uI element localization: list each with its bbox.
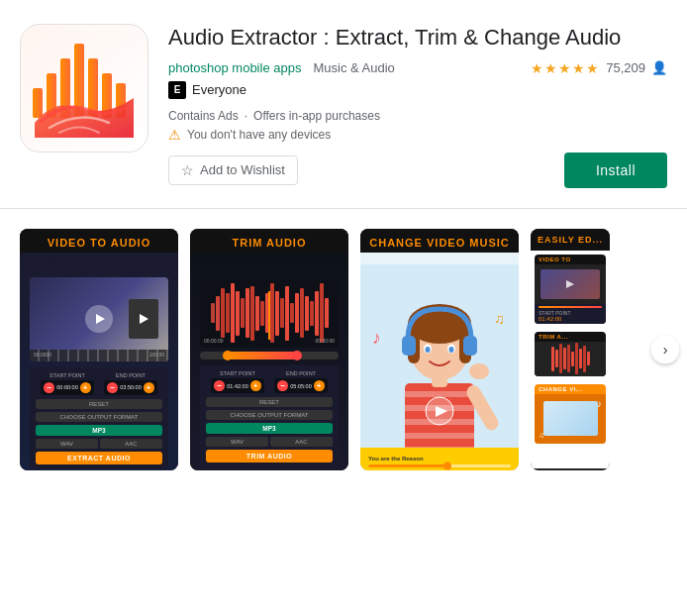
warning-icon: ⚠: [168, 127, 181, 143]
card1-end-label: END POINT: [104, 372, 156, 378]
rating-count: 75,209: [606, 60, 645, 75]
svg-point-22: [449, 347, 454, 353]
card2-reset: RESET: [206, 397, 333, 407]
card2-mp3: MP3: [206, 423, 333, 434]
wishlist-label: Add to Wishlist: [200, 162, 285, 177]
svg-text:♪: ♪: [372, 328, 381, 348]
svg-rect-23: [402, 336, 416, 356]
card2-end-label: END POINT: [274, 370, 327, 376]
app-header: Audio Extractor : Extract, Trim & Change…: [0, 0, 687, 204]
screenshots-section: VIDEO TO AUDIO 00:0000 100:00: [0, 213, 687, 470]
svg-text:♫: ♫: [494, 311, 505, 327]
card1-label: VIDEO TO AUDIO: [20, 229, 178, 253]
card4-image: VIDEO TO START POINT 01:42:00 TRIM A...: [531, 251, 610, 468]
screenshot-card-3: CHANGE VIDEO MUSIC: [360, 229, 519, 470]
app-meta-row: photoshop mobile apps Music & Audio: [168, 60, 395, 75]
divider: [0, 208, 687, 209]
card1-aac: AAC: [100, 439, 162, 449]
card1-image: 00:0000 100:00 START POINT: [20, 253, 178, 470]
app-info-panel: Audio Extractor : Extract, Trim & Change…: [168, 24, 667, 188]
device-warning-row: ⚠ You don't have any devices: [168, 127, 667, 143]
card2-choose-format: CHOOSE OUTPUT FORMAT: [206, 410, 333, 420]
svg-rect-32: [368, 464, 447, 467]
contains-ads: Contains Ads: [168, 109, 239, 123]
category-link[interactable]: Music & Audio: [313, 60, 394, 75]
card2-wav: WAV: [206, 437, 268, 447]
card1-wav: WAV: [36, 439, 98, 449]
card4-label2: TRIM A...: [535, 332, 606, 342]
install-button[interactable]: Install: [564, 153, 667, 188]
wishlist-button[interactable]: ☆ Add to Wishlist: [168, 155, 298, 185]
card2-start-label: START POINT: [211, 370, 263, 376]
card2-end-time: 05:05:00: [290, 383, 311, 389]
esrb-row: E Everyone: [168, 81, 395, 99]
screenshots-scroll: VIDEO TO AUDIO 00:0000 100:00: [0, 229, 687, 470]
action-buttons: ☆ Add to Wishlist Install: [168, 153, 667, 188]
ads-iap-row: Contains Ads · Offers in-app purchases: [168, 109, 667, 123]
app-icon: [20, 24, 148, 153]
card4-label1: VIDEO TO: [535, 255, 606, 264]
screenshot-card-2: TRIM AUDIO: [190, 229, 348, 470]
card2-trim-btn: TRIM AUDIO: [206, 450, 333, 462]
card1-choose-format: CHOOSE OUTPUT FORMAT: [36, 412, 162, 422]
card1-start-time: 00:00:00: [56, 384, 77, 390]
stars: ★★★★★: [531, 60, 600, 76]
card1-mp3: MP3: [36, 425, 162, 436]
svg-text:You are the Reason: You are the Reason: [368, 456, 424, 462]
svg-rect-0: [33, 88, 43, 118]
screenshot-card-4: EASILY ED... VIDEO TO START POINT 01:42:…: [531, 229, 610, 470]
card1-start-label: START POINT: [41, 372, 93, 378]
svg-rect-12: [405, 433, 474, 439]
screenshot-card-1: VIDEO TO AUDIO 00:0000 100:00: [20, 229, 178, 470]
svg-rect-9: [405, 391, 474, 397]
iap-text: Offers in-app purchases: [253, 109, 380, 123]
svg-point-33: [443, 462, 451, 469]
svg-rect-24: [463, 336, 477, 356]
wishlist-icon: ☆: [181, 162, 194, 178]
chevron-right-icon: ›: [663, 342, 668, 358]
card3-label: CHANGE VIDEO MUSIC: [360, 229, 519, 253]
card3-image: ♪ ♫ You are the Reason 00:00:00 05:25:00: [360, 253, 519, 470]
separator: ·: [245, 109, 247, 123]
card2-label: TRIM AUDIO: [190, 229, 348, 253]
svg-point-21: [426, 347, 431, 353]
app-title: Audio Extractor : Extract, Trim & Change…: [168, 24, 667, 52]
esrb-badge: E: [168, 81, 186, 99]
developer-link[interactable]: photoshop mobile apps: [168, 60, 301, 75]
card4-label: EASILY ED...: [531, 229, 610, 251]
person-icon: 👤: [651, 60, 667, 75]
card2-start-time: 01:42:00: [227, 383, 247, 389]
svg-point-26: [469, 363, 489, 379]
esrb-label: Everyone: [192, 82, 246, 97]
card1-extract-btn: EXTRACT AUDIO: [36, 452, 162, 464]
card4-label3: CHANGE VI...: [535, 384, 606, 394]
card1-end-time: 03:50:00: [120, 384, 141, 390]
scroll-right-button[interactable]: ›: [651, 336, 679, 363]
card2-image: 00:00:00 00:20:00 START: [190, 253, 348, 470]
device-warning-text: You don't have any devices: [187, 128, 331, 142]
rating-row: ★★★★★ 75,209 👤: [531, 60, 667, 76]
card1-reset: RESET: [36, 399, 162, 409]
card2-aac: AAC: [270, 437, 333, 447]
